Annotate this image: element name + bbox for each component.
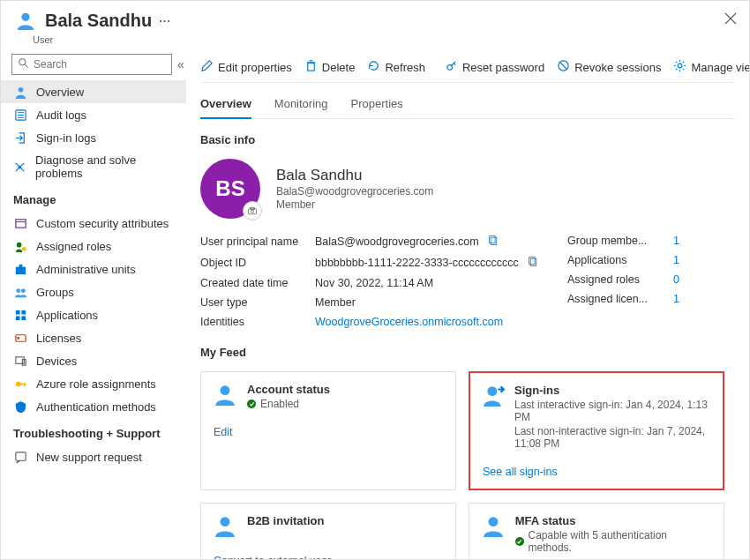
groups-label: Group membe...	[567, 235, 673, 247]
tab-monitoring[interactable]: Monitoring	[274, 92, 328, 118]
svg-rect-9	[15, 219, 25, 227]
sidebar-section-troubleshooting: Troubleshooting + Support	[1, 418, 186, 445]
check-icon	[515, 537, 524, 546]
close-button[interactable]	[724, 12, 737, 28]
more-actions-button[interactable]: ···	[159, 14, 171, 27]
svg-point-16	[20, 288, 25, 293]
page-subtitle: User	[33, 34, 749, 45]
sidebar-item-audit-logs[interactable]: Audit logs	[1, 103, 186, 126]
sidebar-item-diagnose[interactable]: Diagnose and solve problems	[1, 149, 186, 184]
my-feed-heading: My Feed	[200, 346, 735, 359]
user-avatar-icon	[13, 8, 38, 33]
person-icon	[13, 85, 27, 99]
sidebar-item-admin-units[interactable]: Administrative units	[1, 258, 186, 280]
svg-point-0	[21, 13, 29, 21]
change-photo-button[interactable]	[243, 201, 262, 220]
reset-password-button[interactable]: Reset password	[445, 59, 544, 75]
licenses-label: Assigned licen...	[567, 293, 673, 305]
created-value: Nov 30, 2022, 11:14 AM	[315, 277, 433, 289]
tab-overview[interactable]: Overview	[200, 92, 251, 119]
security-attr-icon	[13, 216, 27, 230]
sidebar-item-label: Sign-in logs	[36, 131, 96, 145]
manage-view-button[interactable]: Manage view	[673, 59, 749, 75]
svg-point-8	[19, 165, 22, 168]
sidebar-item-custom-security[interactable]: Custom security attributes	[1, 212, 186, 235]
devices-icon	[13, 354, 27, 368]
groups-icon	[13, 285, 27, 299]
search-input[interactable]	[34, 58, 166, 71]
svg-point-45	[487, 386, 497, 396]
main-content: Edit properties Delete Refresh Reset pas…	[186, 50, 749, 559]
sidebar-item-label: Assigned roles	[36, 240, 111, 253]
delete-icon	[304, 59, 322, 75]
feed-title: MFA status	[515, 514, 711, 527]
search-icon	[18, 57, 34, 71]
sidebar-item-devices[interactable]: Devices	[1, 349, 186, 372]
sidebar-item-label: Overview	[36, 86, 84, 99]
apps-count[interactable]: 1	[673, 254, 679, 266]
sidebar-item-applications[interactable]: Applications	[1, 303, 186, 326]
identities-link[interactable]: WoodgroveGroceries.onmicrosoft.com	[315, 316, 503, 328]
signin-icon	[13, 131, 27, 145]
feed-title: Sign-ins	[514, 384, 710, 397]
revoke-sessions-button[interactable]: Revoke sessions	[557, 59, 661, 75]
feed-grid: Account status Enabled Edit Sign-ins Las…	[200, 371, 735, 559]
svg-point-15	[16, 288, 20, 293]
feed-card-b2b: B2B invitation Convert to external user	[200, 503, 456, 559]
feed-card-account-status: Account status Enabled Edit	[200, 371, 456, 490]
licenses-count[interactable]: 1	[673, 293, 679, 305]
sidebar-item-licenses[interactable]: Licenses	[1, 326, 186, 349]
usertype-label: User type	[200, 296, 315, 309]
convert-external-link[interactable]: Convert to external user	[214, 555, 331, 559]
svg-point-11	[16, 242, 21, 247]
oid-value: bbbbbbbb-1111-2222-3333-cccccccccccc	[315, 257, 519, 269]
svg-rect-14	[19, 264, 22, 267]
sidebar-item-groups[interactable]: Groups	[1, 280, 186, 303]
auth-icon	[13, 399, 27, 414]
signins-line2: Last non-interactive sign-in: Jan 7, 202…	[514, 425, 710, 450]
edit-properties-button[interactable]: Edit properties	[200, 59, 292, 75]
user-icon	[214, 383, 238, 407]
page-title: Bala Sandhu	[45, 11, 152, 31]
edit-account-link[interactable]: Edit	[214, 426, 233, 438]
svg-rect-28	[15, 452, 25, 459]
groups-count[interactable]: 1	[673, 235, 679, 247]
svg-point-38	[251, 210, 254, 213]
sidebar-item-signin-logs[interactable]: Sign-in logs	[1, 126, 186, 149]
sidebar-item-label: Diagnose and solve problems	[35, 153, 177, 180]
copy-oid-button[interactable]	[528, 256, 539, 270]
sidebar-item-overview[interactable]: Overview	[1, 80, 186, 103]
svg-rect-20	[21, 316, 26, 320]
svg-rect-13	[15, 266, 25, 273]
sidebar-item-azure-roles[interactable]: Azure role assignments	[1, 372, 186, 395]
collapse-sidebar-button[interactable]: «	[177, 57, 184, 71]
basic-info-heading: Basic info	[200, 133, 735, 146]
tab-properties[interactable]: Properties	[351, 92, 403, 118]
sidebar-item-label: Licenses	[36, 332, 81, 345]
sidebar-item-assigned-roles[interactable]: Assigned roles	[1, 235, 186, 258]
svg-point-22	[17, 337, 19, 340]
svg-point-12	[21, 246, 26, 250]
see-signins-link[interactable]: See all sign-ins	[483, 466, 558, 478]
profile-avatar: BS	[200, 159, 260, 219]
sidebar-item-auth-methods[interactable]: Authentication methods	[1, 395, 186, 418]
command-bar: Edit properties Delete Refresh Reset pas…	[200, 50, 735, 83]
gear-icon	[673, 59, 691, 75]
search-box[interactable]	[11, 54, 172, 75]
refresh-icon	[367, 59, 385, 75]
user-arrow-icon	[483, 384, 506, 408]
roles-count[interactable]: 0	[673, 273, 679, 286]
sidebar-item-label: Administrative units	[36, 263, 136, 276]
delete-button[interactable]: Delete	[304, 59, 356, 75]
sidebar-item-label: Custom security attributes	[36, 217, 169, 230]
revoke-icon	[557, 59, 574, 75]
copy-upn-button[interactable]	[488, 235, 499, 249]
sidebar-item-label: Authentication methods	[36, 400, 156, 414]
svg-rect-18	[21, 310, 26, 314]
refresh-button[interactable]: Refresh	[367, 59, 425, 75]
profile-name: Bala Sandhu	[276, 167, 433, 184]
svg-rect-27	[24, 383, 26, 386]
svg-line-34	[560, 63, 567, 70]
sidebar-item-support-request[interactable]: New support request	[1, 445, 186, 468]
tabs: Overview Monitoring Properties	[200, 92, 735, 119]
